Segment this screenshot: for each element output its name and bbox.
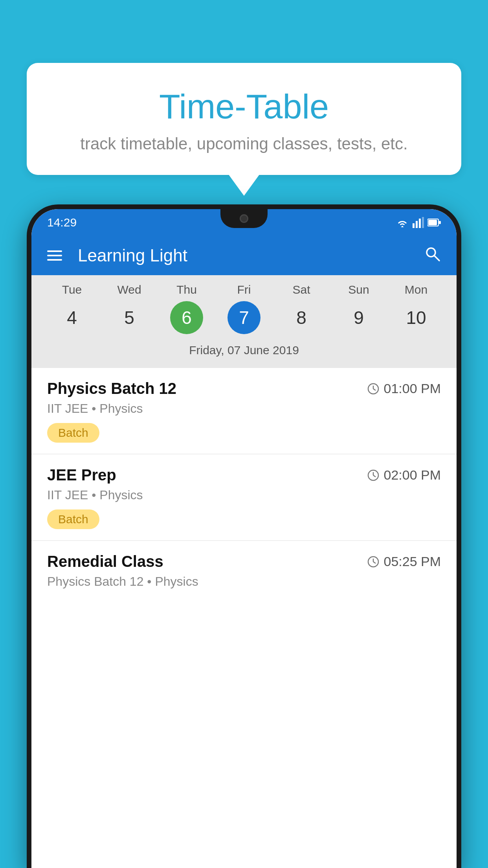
status-icons xyxy=(395,217,441,228)
clock-icon-1 xyxy=(367,383,380,395)
day-num-8: 8 xyxy=(285,301,318,334)
class-name-2: JEE Prep xyxy=(47,466,116,484)
class-item-header-3: Remedial Class 05:25 PM xyxy=(47,553,441,570)
day-num-6: 6 xyxy=(170,301,203,334)
batch-badge-2: Batch xyxy=(47,509,99,529)
day-num-4: 4 xyxy=(55,301,88,334)
day-name-mon: Mon xyxy=(405,283,427,296)
phone-notch xyxy=(220,209,268,228)
svg-rect-2 xyxy=(419,219,421,228)
speech-bubble: Time-Table track timetable, upcoming cla… xyxy=(27,63,461,175)
day-num-5: 5 xyxy=(113,301,146,334)
class-meta-3: Physics Batch 12 • Physics xyxy=(47,574,441,589)
clock-icon-3 xyxy=(367,555,380,568)
svg-line-14 xyxy=(373,475,376,477)
app-bar-title: Learning Light xyxy=(78,246,424,265)
svg-rect-3 xyxy=(422,217,424,228)
day-num-10: 10 xyxy=(400,301,433,334)
class-list: Physics Batch 12 01:00 PM IIT JEE • Phys… xyxy=(31,368,457,868)
battery-icon xyxy=(427,218,441,227)
status-time: 14:29 xyxy=(47,216,77,229)
class-time-1: 01:00 PM xyxy=(367,381,441,396)
class-time-3: 05:25 PM xyxy=(367,554,441,569)
svg-rect-5 xyxy=(439,221,441,224)
day-name-thu: Thu xyxy=(176,283,197,296)
calendar-header: Tue 4 Wed 5 Thu 6 Fri 7 xyxy=(31,275,457,368)
menu-line-1 xyxy=(47,250,62,252)
calendar-days-row: Tue 4 Wed 5 Thu 6 Fri 7 xyxy=(43,283,445,334)
day-num-9: 9 xyxy=(342,301,375,334)
svg-rect-6 xyxy=(428,220,437,225)
speech-bubble-container: Time-Table track timetable, upcoming cla… xyxy=(27,63,461,196)
clock-icon-2 xyxy=(367,469,380,482)
class-name-3: Remedial Class xyxy=(47,553,163,570)
svg-rect-1 xyxy=(416,221,418,228)
speech-bubble-subtitle: track timetable, upcoming classes, tests… xyxy=(58,134,430,153)
batch-badge-1: Batch xyxy=(47,423,99,443)
menu-line-2 xyxy=(47,255,62,256)
signal-icon xyxy=(413,217,424,228)
calendar-day-thu[interactable]: Thu 6 xyxy=(158,283,215,334)
svg-line-11 xyxy=(373,389,376,390)
status-bar: 14:29 xyxy=(31,209,457,236)
calendar-day-sat[interactable]: Sat 8 xyxy=(273,283,330,334)
day-name-wed: Wed xyxy=(117,283,141,296)
day-name-fri: Fri xyxy=(237,283,251,296)
svg-rect-0 xyxy=(413,223,415,228)
class-meta-2: IIT JEE • Physics xyxy=(47,488,441,502)
app-bar: Learning Light xyxy=(31,236,457,275)
calendar-day-wed[interactable]: Wed 5 xyxy=(101,283,158,334)
phone-frame: 14:29 xyxy=(27,204,461,868)
class-item-remedial[interactable]: Remedial Class 05:25 PM Physics Batch 12… xyxy=(31,541,457,604)
class-time-2: 02:00 PM xyxy=(367,467,441,483)
day-name-sat: Sat xyxy=(292,283,310,296)
menu-line-3 xyxy=(47,259,62,261)
speech-bubble-tail xyxy=(228,174,260,196)
calendar-day-sun[interactable]: Sun 9 xyxy=(330,283,387,334)
calendar-day-fri[interactable]: Fri 7 xyxy=(215,283,273,334)
class-item-physics-batch-12[interactable]: Physics Batch 12 01:00 PM IIT JEE • Phys… xyxy=(31,368,457,454)
class-meta-1: IIT JEE • Physics xyxy=(47,401,441,416)
camera-dot xyxy=(240,214,248,223)
svg-line-8 xyxy=(434,256,439,261)
wifi-icon xyxy=(395,217,409,228)
calendar-day-mon[interactable]: Mon 10 xyxy=(387,283,445,334)
class-item-jee-prep[interactable]: JEE Prep 02:00 PM IIT JEE • Physics Batc… xyxy=(31,454,457,541)
speech-bubble-title: Time-Table xyxy=(58,86,430,127)
selected-date-label: Friday, 07 June 2019 xyxy=(43,340,445,360)
svg-line-17 xyxy=(373,562,376,563)
phone-screen: 14:29 xyxy=(31,209,457,868)
class-name-1: Physics Batch 12 xyxy=(47,380,176,397)
class-item-header-2: JEE Prep 02:00 PM xyxy=(47,466,441,484)
day-name-sun: Sun xyxy=(348,283,369,296)
class-item-header-1: Physics Batch 12 01:00 PM xyxy=(47,380,441,397)
calendar-day-tue[interactable]: Tue 4 xyxy=(43,283,101,334)
search-button[interactable] xyxy=(424,245,441,266)
day-num-7: 7 xyxy=(227,301,261,334)
day-name-tue: Tue xyxy=(62,283,82,296)
menu-button[interactable] xyxy=(47,250,62,261)
